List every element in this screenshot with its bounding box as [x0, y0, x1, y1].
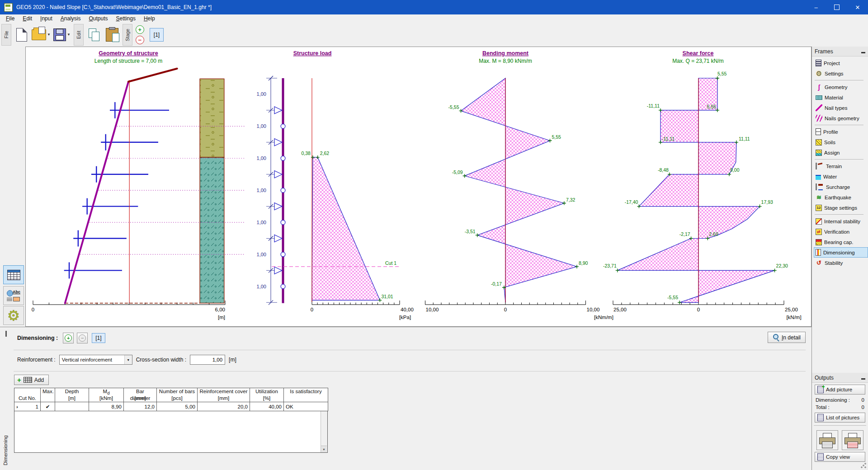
column-header[interactable]: Md[kNm] — [89, 388, 124, 402]
sidebar-item-label: Stage settings — [824, 205, 857, 211]
column-header[interactable]: Bar diameter[mm] — [124, 388, 157, 402]
add-row-button[interactable]: + Add — [14, 375, 49, 385]
column-header[interactable]: Number of bars[pcs] — [157, 388, 198, 402]
add-picture-button[interactable]: Add picture — [815, 385, 865, 395]
soil-layer-1 — [200, 79, 224, 157]
sidebar-item-water[interactable]: Water — [814, 171, 868, 182]
outputs-dimensioning-row: Dimensioning : 0 — [812, 396, 868, 404]
table-cell[interactable]: 12,0 — [124, 402, 157, 411]
sidebar-item-bearing-cap-[interactable]: Bearing cap. — [814, 237, 868, 247]
table-scrollbar[interactable]: ▼ — [321, 411, 327, 452]
grid-view-button[interactable] — [3, 265, 24, 284]
add-label: Add — [34, 377, 44, 383]
menu-item-edit[interactable]: Edit — [19, 15, 36, 22]
menu-item-input[interactable]: Input — [36, 15, 57, 22]
menu-item-file[interactable]: File — [2, 15, 19, 22]
window-resize-grip[interactable] — [860, 462, 867, 469]
table-cell[interactable]: 20,0 — [198, 402, 250, 411]
menu-item-help[interactable]: Help — [140, 15, 159, 22]
sidebar-item-terrain[interactable]: Terrain — [814, 161, 868, 171]
menu-item-analysis[interactable]: Analysis — [57, 15, 85, 22]
drawing-settings-button[interactable]: Abc — [3, 286, 24, 305]
copy-view-button[interactable]: Copy view — [815, 452, 865, 462]
minimize-button[interactable]: – — [806, 0, 826, 14]
project-icon — [816, 60, 821, 66]
table-cell[interactable]: ›1 — [14, 402, 41, 411]
sidebar-item-surcharge[interactable]: Surcharge — [814, 182, 868, 192]
edit-group-label: Edit — [74, 24, 84, 46]
panel-grip[interactable] — [5, 331, 7, 337]
cut-1-button[interactable]: [1] — [92, 333, 105, 343]
remove-cut-button[interactable]: − — [77, 333, 88, 343]
sidebar-item-stage-settings[interactable]: Stage settings — [814, 202, 868, 213]
scroll-down-icon[interactable]: ▼ — [321, 446, 327, 452]
new-file-button[interactable] — [14, 24, 30, 45]
geometry-icon — [816, 84, 822, 90]
close-button[interactable]: ✕ — [847, 0, 868, 14]
reinforcement-select[interactable]: Vertical reinforcement ▼ — [59, 355, 132, 365]
sidebar-item-soils[interactable]: Soils — [814, 137, 868, 147]
table-cell[interactable]: 5,00 — [157, 402, 198, 411]
support-circle — [281, 252, 285, 257]
column-header[interactable]: Depth[m] — [55, 388, 89, 402]
list-of-pictures-button[interactable]: List of pictures — [815, 413, 865, 423]
sidebar-item-nail-types[interactable]: Nail types — [814, 103, 868, 113]
material-icon — [816, 95, 822, 100]
copy-view-label: Copy view — [826, 454, 850, 460]
svg-text:25,00: 25,00 — [613, 307, 627, 312]
maximize-button[interactable] — [826, 0, 847, 14]
frames-divider — [815, 80, 863, 80]
menu-item-outputs[interactable]: Outputs — [85, 15, 112, 22]
outputs-panel-header: Outputs — [812, 373, 868, 383]
open-file-button[interactable]: ▼ — [32, 24, 52, 45]
visualization-settings-button[interactable]: ⚙ — [3, 306, 24, 325]
save-dropdown-arrow[interactable]: ▼ — [67, 33, 71, 37]
svg-text:10,00: 10,00 — [426, 307, 439, 312]
cross-section-unit: [m] — [229, 357, 236, 363]
svg-text:0: 0 — [697, 307, 700, 312]
add-stage-button[interactable]: + — [136, 25, 144, 34]
open-dropdown-arrow[interactable]: ▼ — [47, 33, 51, 37]
column-header[interactable]: Is satisfactory — [284, 388, 328, 402]
svg-text:1,00: 1,00 — [257, 220, 266, 225]
sidebar-item-internal-stability[interactable]: Internal stability — [814, 216, 868, 226]
sidebar-item-dimensioning[interactable]: Dimensioning — [814, 247, 868, 258]
sidebar-item-verification[interactable]: Verification — [814, 226, 868, 237]
save-file-button[interactable]: ▼ — [53, 24, 71, 45]
drawing-canvas[interactable]: Geometry of structureLength of structure… — [25, 47, 811, 327]
column-header[interactable]: Max. — [41, 388, 55, 402]
table-cell[interactable]: ✔ — [41, 402, 55, 411]
minus-icon: − — [79, 334, 86, 342]
in-detail-button[interactable]: In detail — [768, 332, 806, 343]
frames-minimize-icon[interactable] — [861, 52, 865, 53]
paste-button[interactable] — [104, 24, 120, 45]
table-cell[interactable]: OK — [284, 402, 328, 411]
outputs-minimize-icon[interactable] — [861, 378, 865, 380]
svg-text:-5,09: -5,09 — [452, 169, 463, 175]
sidebar-item-stability[interactable]: Stability — [814, 258, 868, 268]
column-header[interactable]: Reinforcement cover[mm] — [198, 388, 250, 402]
print-button[interactable] — [816, 430, 838, 450]
column-header[interactable]: Utilization[%] — [250, 388, 284, 402]
sidebar-item-nails-geometry[interactable]: Nails geometry — [814, 113, 868, 123]
print-preview-button[interactable] — [842, 430, 863, 450]
sidebar-item-profile[interactable]: Profile — [814, 127, 868, 137]
sidebar-item-earthquake[interactable]: Earthquake — [814, 192, 868, 202]
stage-1-button[interactable]: [1] — [150, 28, 164, 42]
column-header[interactable]: Cut No. — [14, 388, 41, 402]
table-cell[interactable] — [55, 402, 89, 411]
sidebar-item-settings[interactable]: Settings — [814, 68, 868, 79]
table-cell[interactable]: 40,00 — [250, 402, 284, 411]
cross-section-input[interactable] — [190, 355, 225, 365]
main-toolbar: File ▼ ▼ Edit Stage + − [1] — [0, 23, 868, 47]
remove-stage-button[interactable]: − — [136, 36, 144, 44]
sidebar-item-material[interactable]: Material — [814, 92, 868, 103]
add-cut-button[interactable]: + — [63, 333, 74, 343]
sidebar-item-project[interactable]: Project — [814, 58, 868, 68]
sidebar-item-assign[interactable]: Assign — [814, 147, 868, 158]
table-cell[interactable]: 8,90 — [89, 402, 124, 411]
menu-item-settings[interactable]: Settings — [112, 15, 140, 22]
copy-button[interactable] — [86, 24, 102, 45]
sidebar-item-geometry[interactable]: Geometry — [814, 82, 868, 92]
table-row[interactable]: ›1✔8,9012,05,0020,040,00OK — [14, 402, 328, 411]
